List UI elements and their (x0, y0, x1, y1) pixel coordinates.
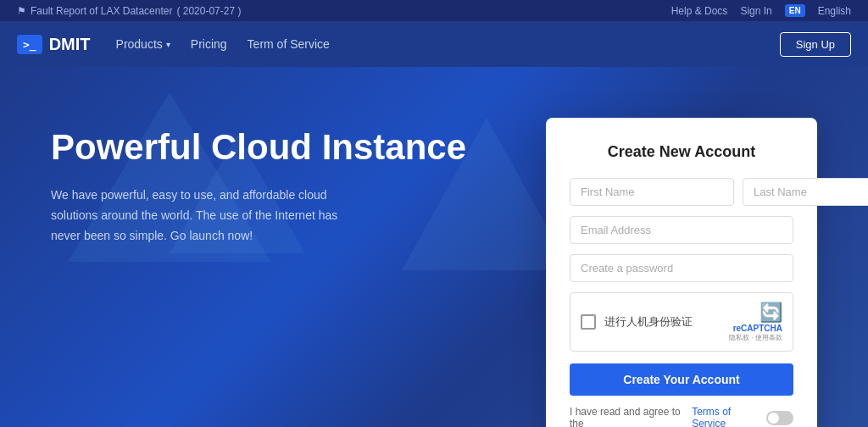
last-name-input[interactable] (743, 178, 868, 206)
reg-card-title: Create New Account (570, 143, 793, 161)
pricing-nav-link[interactable]: Pricing (191, 37, 227, 51)
announcement-left: ⚑ Fault Report of LAX Datacenter ( 2020-… (17, 5, 241, 17)
hero-text: Powerful Cloud Instance We have powerful… (51, 109, 495, 247)
first-name-group (570, 178, 734, 206)
toggle-knob (768, 413, 779, 424)
recaptcha-sub: 隐私权 · 使用条款 (729, 333, 782, 342)
terms-nav-link[interactable]: Term of Service (248, 37, 330, 51)
hero-content: Powerful Cloud Instance We have powerful… (0, 67, 868, 427)
navbar-left: >_ DMIT Products ▾ Pricing Term of Servi… (17, 35, 330, 54)
logo-text: DMIT (49, 35, 91, 54)
language-badge: EN (785, 4, 805, 17)
help-docs-link[interactable]: Help & Docs (671, 5, 728, 17)
email-group (570, 216, 793, 244)
captcha-box[interactable]: 进行人机身份验证 🔄 reCAPTCHA 隐私权 · 使用条款 (570, 292, 793, 352)
password-input[interactable] (570, 254, 793, 282)
captcha-left: 进行人机身份验证 (581, 314, 693, 330)
logo: >_ DMIT (17, 35, 91, 54)
terms-toggle[interactable] (766, 411, 793, 425)
announcement-date: ( 2020-07-27 ) (176, 5, 241, 17)
language-label: English (818, 5, 851, 17)
captcha-checkbox[interactable] (581, 314, 596, 330)
logo-icon: >_ (17, 35, 42, 54)
registration-card: Create New Account 进行人机身份验证 (546, 118, 817, 427)
recaptcha-label: reCAPTCHA (733, 324, 782, 333)
captcha-text: 进行人机身份验证 (604, 314, 693, 330)
recaptcha-logo: 🔄 reCAPTCHA (729, 302, 782, 333)
chevron-down-icon: ▾ (166, 40, 170, 49)
terms-of-service-link[interactable]: Terms of Service (692, 406, 761, 427)
sign-in-link[interactable]: Sign In (740, 5, 771, 17)
hero-title: Powerful Cloud Instance (51, 126, 495, 169)
hero-description: We have powerful, easy to use, and affor… (51, 186, 356, 246)
fault-icon: ⚑ (17, 5, 26, 17)
name-row (570, 178, 793, 206)
email-input[interactable] (570, 216, 793, 244)
captcha-right: 🔄 reCAPTCHA 隐私权 · 使用条款 (729, 302, 782, 342)
hero-section: Powerful Cloud Instance We have powerful… (0, 67, 868, 427)
announcement-right: Help & Docs Sign In EN English (671, 4, 851, 17)
password-group (570, 254, 793, 282)
products-nav-link[interactable]: Products ▾ (116, 37, 170, 51)
terms-text: I have read and agree to the (570, 406, 687, 427)
terms-row: I have read and agree to the Terms of Se… (570, 406, 793, 427)
last-name-group (743, 178, 868, 206)
first-name-input[interactable] (570, 178, 734, 206)
nav-links: Products ▾ Pricing Term of Service (116, 37, 330, 51)
announcement-bar: ⚑ Fault Report of LAX Datacenter ( 2020-… (0, 0, 868, 21)
create-account-button[interactable]: Create Your Account (570, 363, 793, 396)
recaptcha-icon: 🔄 (760, 302, 782, 323)
announcement-text: Fault Report of LAX Datacenter (31, 5, 172, 17)
navbar: >_ DMIT Products ▾ Pricing Term of Servi… (0, 21, 868, 67)
navbar-right: Sign Up (780, 32, 851, 57)
products-label: Products (116, 37, 163, 51)
signup-button[interactable]: Sign Up (780, 32, 851, 57)
